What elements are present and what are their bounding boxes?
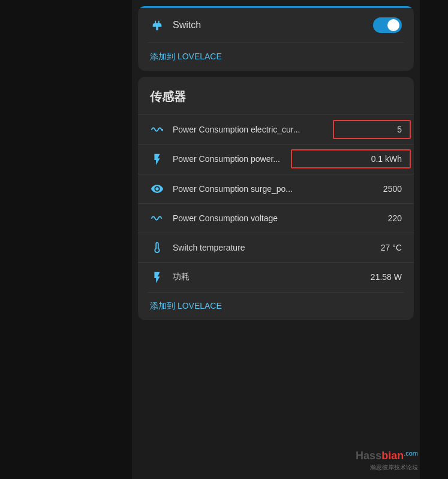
sensor-card-title: 传感器 <box>138 77 414 115</box>
bolt-icon-1 <box>150 152 164 165</box>
sensor-name-temperature: Switch temperature <box>173 243 372 252</box>
sensor-row-power: Power Consumption power... 0.1 kWh <box>138 144 414 173</box>
center-panel: Switch 添加到 LOVELACE 传感器 Power Consumptio… <box>132 0 420 479</box>
sensor-value-gonghao: 21.58 W <box>371 272 402 282</box>
switch-label: Switch <box>173 20 365 31</box>
sensor-row-voltage: Power Consumption voltage 220 <box>138 203 414 233</box>
toggle-switch[interactable] <box>373 17 402 33</box>
sensor-name-electric: Power Consumption electric_cur... <box>173 125 389 134</box>
add-lovelace-button-sensor[interactable]: 添加到 LOVELACE <box>138 293 414 320</box>
wave-icon <box>150 123 164 136</box>
sensor-name-surge: Power Consumption surge_po... <box>173 184 375 194</box>
sensor-row-surge: Power Consumption surge_po... 2500 <box>138 174 414 203</box>
add-lovelace-button-top[interactable]: 添加到 LOVELACE <box>138 43 414 71</box>
plug-icon <box>150 18 164 32</box>
watermark-logo: Hassbian.com <box>356 450 418 462</box>
watermark-subtitle: 瀚思彼岸技术论坛 <box>356 463 418 472</box>
left-panel <box>0 0 132 479</box>
thermometer-icon <box>150 241 164 254</box>
watermark-bian: bian <box>381 450 404 462</box>
right-panel <box>420 0 448 479</box>
sensor-name-voltage: Power Consumption voltage <box>173 213 380 223</box>
sensor-row-electric-current: Power Consumption electric_cur... 5 <box>138 115 414 144</box>
sensor-name-power: Power Consumption power... <box>173 154 363 164</box>
switch-row: Switch <box>138 8 414 43</box>
sensor-value-electric: 5 <box>397 125 402 134</box>
bolt-icon-2 <box>150 270 164 284</box>
watermark-com: .com <box>404 450 418 457</box>
switch-card: Switch 添加到 LOVELACE <box>138 6 414 71</box>
sensor-value-power: 0.1 kWh <box>371 154 402 164</box>
watermark: Hassbian.com 瀚思彼岸技术论坛 <box>356 450 418 472</box>
sensor-row-temperature: Switch temperature 27 °C <box>138 233 414 262</box>
sensor-value-temperature: 27 °C <box>381 243 402 252</box>
sensor-name-gonghao: 功耗 <box>173 272 362 282</box>
sensor-value-surge: 2500 <box>383 184 402 194</box>
sensor-card: 传感器 Power Consumption electric_cur... 5 <box>138 77 414 320</box>
watermark-hass: Hass <box>356 450 381 462</box>
sine-icon <box>150 212 164 225</box>
eye-icon <box>150 182 164 195</box>
sensor-row-power-consumption: 功耗 21.58 W <box>138 262 414 291</box>
main-container: Switch 添加到 LOVELACE 传感器 Power Consumptio… <box>0 0 448 479</box>
sensor-value-voltage: 220 <box>388 213 402 223</box>
